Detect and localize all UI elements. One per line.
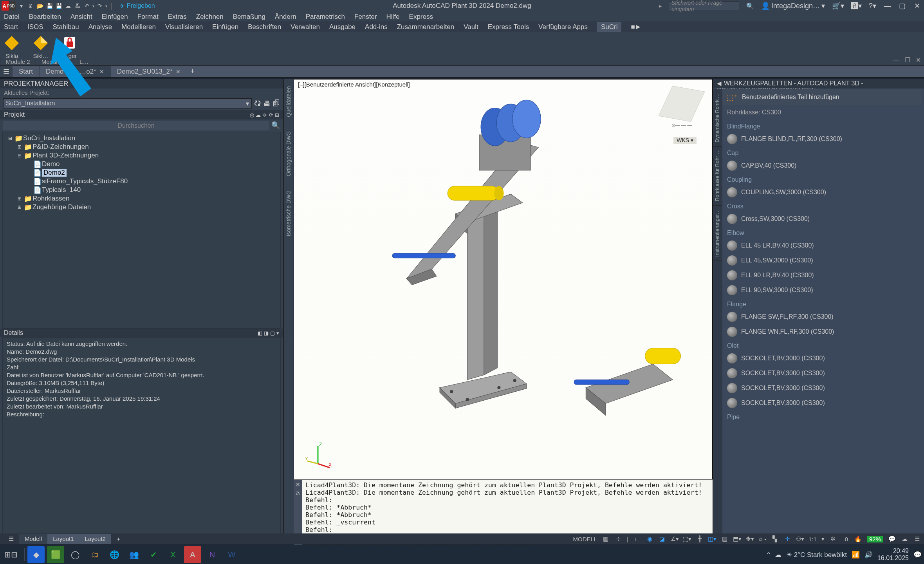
tb-explorer-icon[interactable]: 🗂 — [86, 546, 103, 563]
menu-item[interactable]: Fenster — [354, 13, 377, 21]
tray-notifications-icon[interactable]: 💬 — [913, 551, 922, 559]
ribbon-button[interactable]: Sikla — [3, 34, 20, 59]
polar-icon[interactable]: ◉ — [646, 535, 653, 543]
ribbon-tab[interactable]: Einfügen — [212, 23, 238, 31]
tree-node[interactable]: 📄Demo — [6, 160, 277, 168]
osnap-icon[interactable]: ◪ — [658, 535, 666, 543]
ribbon-tab[interactable]: Verwalten — [291, 23, 320, 31]
autodesk-icon[interactable]: 🅰▾ — [851, 2, 862, 10]
sel-icon[interactable]: ⬒▾ — [733, 535, 741, 543]
viewport-side-tab[interactable]: Isometrische DWG — [284, 187, 294, 239]
tb-app-icon[interactable]: ✔ — [145, 546, 162, 563]
pm-icon[interactable]: ☁ — [256, 112, 261, 118]
ribbon-tab[interactable]: Add-ins — [365, 23, 388, 31]
share-button[interactable]: ✈ Freigeben — [119, 2, 155, 10]
undo-icon[interactable]: ↶ — [83, 2, 91, 10]
details-icon[interactable]: ▢ — [270, 330, 275, 336]
tb-app-icon[interactable]: ◆ — [27, 546, 45, 563]
menu-item[interactable]: Format — [137, 13, 159, 21]
document-tab[interactable]: Start — [13, 66, 40, 77]
pm-icon[interactable]: ◎ — [250, 112, 254, 118]
tb-excel-icon[interactable]: X — [164, 546, 182, 563]
layout-menu-icon[interactable]: ☰ — [3, 534, 19, 544]
ribbon-tab[interactable]: Verfügbare Apps — [538, 23, 588, 31]
ribbon-tab[interactable]: Start — [4, 23, 18, 31]
viewport-side-tab[interactable]: Quelldateien — [284, 83, 294, 120]
palette-item[interactable]: ELL 45 LR,BV,40 (CS300) — [722, 238, 922, 253]
cmd-settings-icon[interactable]: ⛭ — [295, 490, 301, 496]
ribbon-tab[interactable]: Stahlbau — [53, 23, 79, 31]
tree-node[interactable]: ⊞📁Zugehörige Dateien — [6, 203, 277, 212]
tb-onenote-icon[interactable]: N — [204, 546, 221, 563]
ws-icon[interactable]: ⛭▾ — [758, 535, 766, 543]
ribbon-tab[interactable]: Visualisieren — [165, 23, 203, 31]
saveas-icon[interactable]: 💾 — [55, 2, 63, 10]
app-logo[interactable]: A P3D — [2, 1, 16, 11]
axis-gizmo[interactable]: Z X Y — [304, 442, 332, 470]
tree-node[interactable]: ⊞📁Rohrklassen — [6, 194, 277, 203]
iso-icon[interactable]: ⬚▾ — [683, 535, 691, 543]
cog-icon[interactable]: ✲ — [829, 535, 837, 543]
palette-item[interactable]: COUPLING,SW,3000 (CS300) — [722, 185, 922, 200]
sub-restore-icon[interactable]: ❐ — [905, 56, 910, 64]
flame-icon[interactable]: 🔥 — [854, 535, 862, 543]
menu-item[interactable]: Bemaßung — [233, 13, 265, 21]
tree-node[interactable]: 📄siFramo_Typicals_StützeF80 — [6, 177, 277, 186]
dropdown-icon[interactable]: ▾ — [17, 2, 25, 10]
tb-autocad-icon[interactable]: A — [184, 546, 201, 563]
tree-node[interactable]: 📄Typicals_140 — [6, 186, 277, 194]
tray-wifi-icon[interactable]: 📶 — [852, 551, 860, 559]
palette-item[interactable]: SOCKOLET,BV,3000 (CS300) — [722, 366, 922, 381]
task-view-icon[interactable]: ⊞⊟ — [2, 546, 20, 563]
ribbon-tab[interactable]: Ausgabe — [329, 23, 356, 31]
pm-icon[interactable]: ⟳ — [269, 112, 273, 118]
details-icon[interactable]: ◨ — [264, 330, 269, 336]
menu-item[interactable]: Parametrisch — [306, 13, 345, 21]
cmd-close-icon[interactable]: ✕ — [296, 481, 300, 488]
undo-drop-icon[interactable]: ▾ — [92, 4, 94, 8]
palette-item[interactable]: FLANGE SW,FL,RF,300 (CS300) — [722, 309, 922, 324]
tp-icon[interactable]: ▤ — [721, 535, 729, 543]
dyn-icon[interactable]: ╋ — [696, 535, 704, 543]
tb-chrome-icon[interactable]: ◯ — [67, 546, 84, 563]
ribbon-tab[interactable]: Modellieren — [121, 23, 156, 31]
palette-side-tab[interactable]: Instrumentierungsr… — [713, 205, 722, 261]
viewport[interactable]: [–][Benutzerdefinierte Ansicht][Konzeptu… — [294, 79, 713, 479]
redo-drop-icon[interactable]: ▾ — [105, 4, 107, 8]
cart-icon[interactable]: 🛒▾ — [832, 2, 844, 10]
menu-item[interactable]: Extras — [168, 13, 187, 21]
layout1-tab[interactable]: Layout1 — [47, 534, 79, 544]
tree-node[interactable]: ⊞📁P&ID-Zeichnungen — [6, 143, 277, 151]
palette-item[interactable]: Cross,SW,3000 (CS300) — [722, 212, 922, 226]
redo-icon[interactable]: ↷ — [96, 2, 104, 10]
ribbon-tab[interactable]: SuCri — [597, 22, 622, 32]
tray-weather[interactable]: ☀ 2°C Stark bewölkt — [786, 551, 847, 559]
viewport-label[interactable]: [–][Benutzerdefinierte Ansicht][Konzeptu… — [298, 81, 410, 88]
ribbon-tab[interactable]: Express Tools — [488, 23, 529, 31]
project-tree[interactable]: ⊟📁SuCri_Installation⊞📁P&ID-Zeichnungen⊟📁… — [2, 132, 281, 329]
palette-item[interactable]: FLANGE BLIND,FL,RF,300 (CS300) — [722, 132, 922, 146]
maximize-button[interactable]: ▢ — [898, 2, 906, 10]
search-chevron-icon[interactable]: ▸ — [659, 3, 662, 9]
grid-icon[interactable]: ▦ — [602, 535, 610, 543]
add-tab-button[interactable]: + — [187, 66, 198, 77]
menu-item[interactable]: Einfügen — [102, 13, 128, 21]
doc-menu-icon[interactable]: ☰ — [0, 66, 13, 77]
document-tab[interactable]: Demo2_SU013_2*✕ — [111, 66, 187, 77]
pm-search-input[interactable]: Durchsuchen — [3, 121, 269, 130]
new-icon[interactable]: 🗎 — [27, 2, 34, 10]
ribbon-tab[interactable]: ISOS — [27, 23, 43, 31]
tb-word-icon[interactable]: W — [223, 546, 240, 563]
palette-item[interactable]: SOCKOLET,BV,3000 (CS300) — [722, 381, 922, 396]
snap-icon[interactable]: ⊹ — [614, 535, 622, 543]
details-icon[interactable]: ▾ — [276, 330, 279, 336]
help-icon[interactable]: ?▾ — [869, 2, 876, 10]
palette-item[interactable]: CAP,BV,40 (CS300) — [722, 158, 922, 173]
sub-minimize-icon[interactable]: — — [893, 56, 899, 64]
model-tab[interactable]: Modell — [19, 534, 47, 544]
ribbon-tab[interactable]: Vault — [464, 23, 478, 31]
layout2-tab[interactable]: Layout2 — [79, 534, 111, 544]
tree-node[interactable]: ⊟📁SuCri_Installation — [6, 134, 277, 143]
cursor-icon[interactable]: ✛ — [783, 535, 791, 543]
custom-icon[interactable]: ☰ — [913, 535, 921, 543]
